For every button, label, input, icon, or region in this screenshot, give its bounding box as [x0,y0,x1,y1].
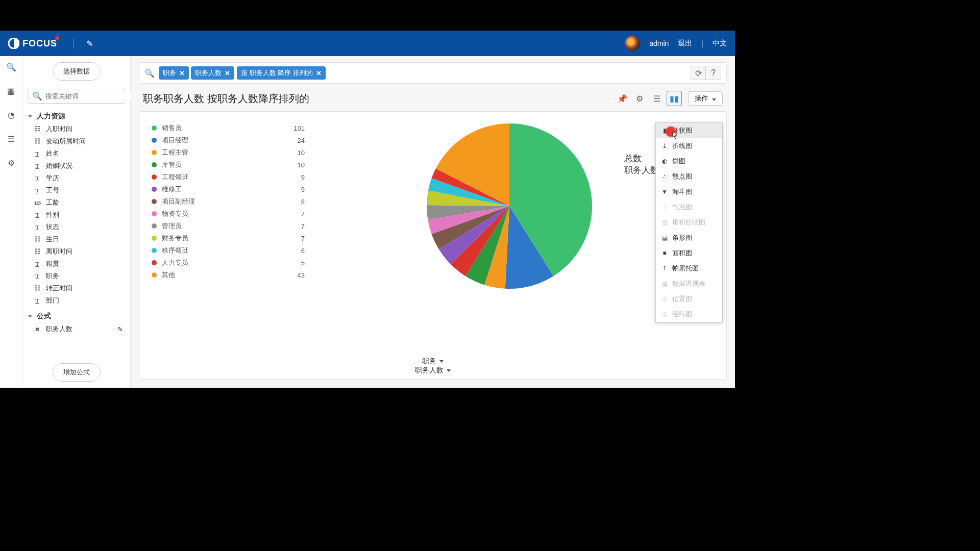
field-type-icon [33,126,42,133]
axis-a[interactable]: 职务 [422,357,444,366]
history-icon[interactable]: ◔ [8,110,15,120]
gear-icon[interactable]: ⚙ [632,91,647,106]
filter-chip[interactable]: 职务✕ [159,66,189,80]
table-view-icon[interactable]: ☰ [649,91,665,106]
field-search[interactable]: 🔍 [28,89,125,104]
chart-type-option: ▦数据透视表 [656,276,722,291]
legend-swatch [152,138,157,143]
field-type-icon [33,138,42,145]
field-item[interactable]: 婚姻状况 [31,160,125,172]
chart-type-option: ○气泡图 [656,199,722,215]
divider [74,38,74,48]
help-button[interactable]: ? [706,66,721,80]
group-formula[interactable]: 公式 [28,310,125,323]
field-item[interactable]: 状态 [31,221,125,233]
field-item[interactable]: 学历 [31,172,125,184]
remove-chip-icon[interactable]: ✕ [316,69,322,77]
field-item[interactable]: 工号 [31,184,125,196]
chart-type-option[interactable]: ▤条形图 [656,230,722,245]
legend-swatch [152,150,157,155]
edit-formula-icon[interactable]: ✎ [117,325,123,333]
chart-type-icon: ▮ [661,127,668,134]
legend-swatch [152,126,157,131]
chevron-down-icon [711,95,716,103]
chart-type-option[interactable]: ◐饼图 [656,154,722,169]
legend-item[interactable]: 财务专员7 [152,232,305,244]
field-item[interactable]: 变动所属时间 [31,135,125,147]
rail-nav: 🔍 ▦ ◔ ☰ ⚙ [0,56,22,388]
field-item[interactable]: 工龄 [31,196,125,209]
field-search-input[interactable] [45,92,131,100]
add-formula-button[interactable]: 增加公式 [53,363,101,382]
filter-chip[interactable]: 职务人数✕ [191,66,234,80]
field-item[interactable]: 生日 [31,233,125,245]
axis-b[interactable]: 职务人数 [415,366,451,375]
chart-view-icon[interactable]: ▮▮ [667,91,682,106]
logo-icon [8,38,19,49]
brand-logo: FOCUS [8,38,61,49]
pin-icon[interactable]: 📌 [615,91,630,106]
chart-type-option[interactable]: ▼漏斗图 [656,184,722,199]
legend-item[interactable]: 项目副经理8 [152,195,305,208]
avatar[interactable] [625,36,640,51]
chart-type-icon: ■ [661,249,668,257]
chart-card: 销售员101项目经理24工程主管10库管员10工程领班9维修工9项目副经理8物资… [139,111,727,380]
search-icon[interactable]: 🔍 [6,62,16,72]
data-icon[interactable]: ☰ [8,134,15,144]
legend-item[interactable]: 销售员101 [152,122,305,134]
field-item[interactable]: 籍贯 [31,258,125,270]
refresh-button[interactable]: ⟳ [691,66,706,80]
apps-icon[interactable]: ▦ [7,86,15,96]
select-data-button[interactable]: 选择数据 [53,62,101,81]
field-item[interactable]: 入职时间 [31,123,125,135]
field-item[interactable]: 部门 [31,294,125,307]
settings-icon[interactable]: ⚙ [8,158,15,168]
chart-type-icon: ▤ [661,219,668,226]
field-item[interactable]: 性别 [31,209,125,221]
chart-type-option[interactable]: ⤓折线图 [656,138,722,154]
chart-type-option[interactable]: ⤒帕累托图 [656,261,722,276]
edit-icon[interactable]: ✎ [86,39,93,48]
field-type-icon [33,273,42,279]
chart-type-dropdown[interactable]: ▮柱状图⤓折线图◐饼图∴散点图▼漏斗图○气泡图▤堆积柱状图▤条形图■面积图⤒帕累… [655,122,723,322]
username-label[interactable]: admin [649,39,669,47]
legend-item[interactable]: 管理员7 [152,220,305,232]
main-area: 🔍 职务✕ 职务人数✕ 按 职务人数 降序 排列的✕ ⟳ ? 职务职务人数 按职… [131,56,735,388]
chart-type-icon: ○ [661,204,668,211]
field-item[interactable]: 离职时间 [31,245,125,258]
legend-swatch [152,272,157,278]
notification-badge [55,36,59,40]
filter-chip[interactable]: 按 职务人数 降序 排列的✕ [237,66,326,80]
remove-chip-icon[interactable]: ✕ [225,69,230,77]
pie-chart[interactable] [305,122,714,290]
legend-item[interactable]: 其他43 [152,269,305,281]
field-item[interactable]: 转正时间 [31,282,125,294]
action-button[interactable]: 操作 [688,91,723,106]
language-switcher[interactable]: 中文 [713,39,727,48]
group-hr[interactable]: 人力资源 [28,110,125,123]
chart-type-icon: ▤ [661,234,668,241]
field-type-icon [33,151,42,157]
legend-item[interactable]: 秩序领班6 [152,244,305,257]
chart-type-option[interactable]: ■面积图 [656,245,722,261]
search-icon: 🔍 [32,91,42,101]
legend-item[interactable]: 物资专员7 [152,208,305,220]
legend-item[interactable]: 项目经理24 [152,134,305,146]
legend-item[interactable]: 库管员10 [152,159,305,171]
legend-swatch [152,248,157,253]
chart-type-icon: ▼ [661,188,668,195]
field-item[interactable]: 职务 [31,270,125,282]
formula-item[interactable]: 职务人数 ✎ [31,323,125,335]
legend-item[interactable]: 维修工9 [152,183,305,195]
field-type-icon [33,285,42,292]
field-list: 入职时间变动所属时间姓名婚姻状况学历工号工龄性别状态生日离职时间籍贯职务转正时间… [31,123,125,307]
legend-item[interactable]: 工程主管10 [152,146,305,159]
logout-link[interactable]: 退出 [678,39,692,48]
field-item[interactable]: 姓名 [31,147,125,160]
chart-type-option[interactable]: ▮柱状图 [656,123,722,138]
chart-type-option[interactable]: ∴散点图 [656,169,722,184]
remove-chip-icon[interactable]: ✕ [179,69,185,77]
legend-item[interactable]: 工程领班9 [152,171,305,183]
legend-item[interactable]: 人力专员5 [152,257,305,269]
query-bar[interactable]: 🔍 职务✕ 职务人数✕ 按 职务人数 降序 排列的✕ ⟳ ? [139,62,727,84]
